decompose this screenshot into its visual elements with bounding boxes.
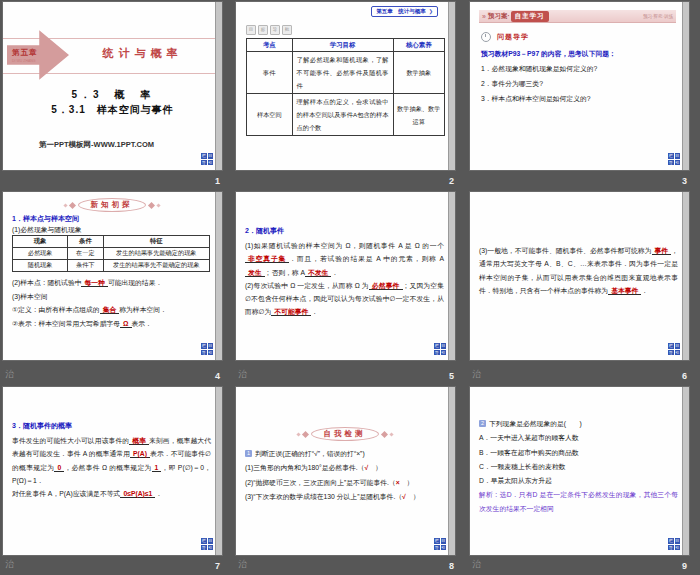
fill-blank: 0≤P(A)≤1 <box>120 490 155 498</box>
fill-blank: 发生 <box>245 269 265 277</box>
header-section-box: 自主学习 <box>511 11 549 22</box>
chapter-tab[interactable]: 第五章 统计与概率 ❯ <box>371 6 438 17</box>
index-icon-char: 引 <box>208 545 214 551</box>
definition-paragraph: (2)每次试验中 Ω 一定发生，从而称 Ω 为必然事件；又因为空集∅不包含任何样… <box>245 279 444 319</box>
index-icon-char: 导 <box>201 160 207 166</box>
slide-title-line2: 5．3.1 样本空间与事件 <box>3 103 222 117</box>
definition-paragraph: (3)一般地，不可能事件、随机事件、必然事件都可统称为事件，通常用大写英文字母 … <box>479 244 678 297</box>
slide-cell-4: 新知初探 1．样本点与样本空间 (1)必然现象与随机现象 现象 条件 特征 必然… <box>0 190 233 385</box>
index-icon-char: 引 <box>675 545 681 551</box>
analysis-text: 解析：选D．只有D 是在一定条件下必然发生的现象，其他三个每次发生的结果不一定相… <box>479 488 678 515</box>
stamp-label: 自我检测 <box>311 427 379 441</box>
slide-thumbnail-2[interactable]: 第五章 统计与概率 ❯ 目 标 导 航 考点 学习目标 核心素养 <box>236 2 455 170</box>
question-item: 2．事件分为哪三类? <box>481 79 543 89</box>
section-index-icon[interactable]: 栏目导引 <box>668 538 680 550</box>
stamp-xinzhi-chutan: 新知初探 <box>12 198 211 212</box>
col-header-suyang: 核心素养 <box>393 39 444 52</box>
fill-blank: 非空真子集 <box>245 255 289 263</box>
watermark-text: 治 <box>238 368 247 381</box>
index-icon-char: 导 <box>434 350 440 356</box>
index-icon-char: 栏 <box>434 343 440 349</box>
text-run: (2)每次试验中 Ω 一定发生，从而称 Ω 为 <box>245 282 369 289</box>
question-number-chip: 2 <box>479 420 486 427</box>
section-index-icon[interactable]: 栏目导引 <box>201 153 213 165</box>
slide-thumbnail-3[interactable]: » 预习案· 自主学习 预习·探究·训练 问题导学 预习教材P93－P97 的内… <box>470 2 689 170</box>
text-run: ．而且，若试验的结果是 A 中的元素，则称 A <box>289 255 444 262</box>
knowledge-heading: 2．随机事件 <box>245 226 444 236</box>
text-run: ；否则，称 A <box>265 269 305 276</box>
slide-thumbnail-9[interactable]: 2下列现象是必然现象的是( ) A．一天中进入某超市的顾客人数 B．一顾客在超市… <box>470 387 689 555</box>
watermark-text: 治 <box>238 558 247 571</box>
slide-thumbnail-7[interactable]: 3．随机事件的概率 事件发生的可能性大小可以用该事件的概率来刻画，概率越大代表越… <box>3 387 222 555</box>
cell-condition: 条件下 <box>68 260 103 272</box>
slide-thumbnail-8[interactable]: 自我检测 1判断正误(正确的打“√”，错误的打“×”) (1)三角形的内角和为1… <box>236 387 455 555</box>
quiz-item: (2)“抛掷硬币三次，三次正面向上”是不可能事件.（× ） <box>245 476 444 490</box>
slide-thumbnail-4[interactable]: 新知初探 1．样本点与样本空间 (1)必然现象与随机现象 现象 条件 特征 必然… <box>3 192 222 360</box>
section-index-icon[interactable]: 栏目导引 <box>434 538 446 550</box>
text-run: 可能出现的结果． <box>108 279 162 286</box>
page-number: 7 <box>215 561 220 571</box>
slide-thumbnail-5[interactable]: 2．随机事件 (1)如果随机试验的样本空间为 Ω，则随机事件 A 是 Ω 的一个… <box>236 192 455 360</box>
quiz-item: (3)“下次李欢的数学成绩在130 分以上”是随机事件.（√ ） <box>245 490 444 504</box>
table-row: 事件 了解必然现象和随机现象，了解不可能事件、必然事件及随机事件 数学抽象 <box>247 52 445 94</box>
chevron-right-icon: ❯ <box>429 7 433 16</box>
index-icon-char: 目 <box>675 153 681 159</box>
slide-thumbnail-6[interactable]: (3)一般地，不可能事件、随机事件、必然事件都可统称为事件，通常用大写英文字母 … <box>470 192 689 360</box>
cell-feature: 发生的结果事先能确定的现象 <box>103 248 209 260</box>
index-icon-char: 栏 <box>668 538 674 544</box>
slide-title-line1: 5．3 概 率 <box>3 88 222 102</box>
cell-suyang: 数学抽象 <box>393 52 444 94</box>
col-header-goal: 学习目标 <box>292 39 393 52</box>
section-index-icon[interactable]: 栏目导引 <box>201 343 213 355</box>
definition-paragraph: 事件发生的可能性大小可以用该事件的概率来刻画，概率越大代表越有可能发生．事件 A… <box>12 434 211 487</box>
slide-cell-5: 2．随机事件 (1)如果随机试验的样本空间为 Ω，则随机事件 A 是 Ω 的一个… <box>233 190 467 385</box>
thumbnail-scroll-strip <box>215 387 222 555</box>
fill-blank: 概率 <box>129 437 149 445</box>
chapter-tab-label: 第五章 统计与概率 <box>376 7 426 16</box>
text-run: 判断正误(正确的打“√”，错误的打“×”) <box>255 450 365 457</box>
fill-blank: 不发生 <box>305 269 331 277</box>
col-header-xianxiang: 现象 <box>13 236 68 248</box>
section-index-icon[interactable]: 栏目导引 <box>434 343 446 355</box>
section-heading: 问题导学 <box>481 32 529 42</box>
fill-blank: 1 <box>152 464 162 472</box>
quiz-stem: 2下列现象是必然现象的是( ) <box>479 417 678 431</box>
index-icon-char: 目 <box>675 343 681 349</box>
section-index-icon[interactable]: 栏目导引 <box>668 343 680 355</box>
text-run: (1)三角形的内角和为180°是必然事件.（ <box>245 464 364 471</box>
stamp-ornament <box>63 203 67 207</box>
corner-badge-boxes: 目 标 导 航 <box>246 25 292 35</box>
preview-intro: 预习教材P93－P97 的内容，思考以下问题： <box>481 49 616 59</box>
cell-goal: 了解必然现象和随机现象，了解不可能事件、必然事件及随机事件 <box>292 52 393 94</box>
knowledge-heading: 1．样本点与样本空间 <box>12 214 79 224</box>
choice-option: B．一顾客在超市中购买的商品数 <box>479 446 678 460</box>
index-icon-char: 引 <box>441 350 447 356</box>
section-index-icon[interactable]: 栏目导引 <box>668 153 680 165</box>
knowledge-heading: 3．随机事件的概率 <box>12 421 211 431</box>
cell-phenomenon: 必然现象 <box>13 248 68 260</box>
fill-blank: 基本事件 <box>608 287 641 295</box>
question-item: 1．必然现象和随机现象是如何定义的? <box>481 64 597 74</box>
index-icon-char: 导 <box>668 350 674 356</box>
slide-cell-9: 2下列现象是必然现象的是( ) A．一天中进入某超市的顾客人数 B．一顾客在超市… <box>467 385 700 575</box>
chapter-pinyin: DI WU ZHANG <box>12 59 69 63</box>
index-icon-char: 导 <box>668 160 674 166</box>
section-index-icon[interactable]: 栏目导引 <box>201 538 213 550</box>
thumbnail-scroll-strip <box>682 387 689 555</box>
text-run: ） <box>406 493 420 500</box>
table-header-row: 现象 条件 特征 <box>13 236 210 248</box>
page-number: 5 <box>449 371 454 381</box>
cell-topic: 事件 <box>247 52 293 94</box>
template-site-credit: 第一PPT模板网-WWW.1PPT.COM <box>39 140 154 150</box>
badge-char: 目 <box>246 25 256 35</box>
fill-blank: P(A) <box>130 450 150 458</box>
index-icon-char: 目 <box>208 538 214 544</box>
fill-blank: 每一种 <box>81 279 107 287</box>
stamp-label: 新知初探 <box>78 198 146 212</box>
index-icon-char: 引 <box>208 350 214 356</box>
slide-thumbnail-1[interactable]: 统计与概率 第五章 DI WU ZHANG 5．3 概 率 5．3.1 样本空间… <box>3 2 222 170</box>
text-run: ，通常用大写英文字母 A、B、C、…来表示事件．因为事件一定是样本空间的子集，从… <box>479 247 678 294</box>
section-heading-label: 问题导学 <box>497 33 529 40</box>
quiz-stem: 1判断正误(正确的打“√”，错误的打“×”) <box>245 447 444 461</box>
page-number: 3 <box>682 176 687 186</box>
